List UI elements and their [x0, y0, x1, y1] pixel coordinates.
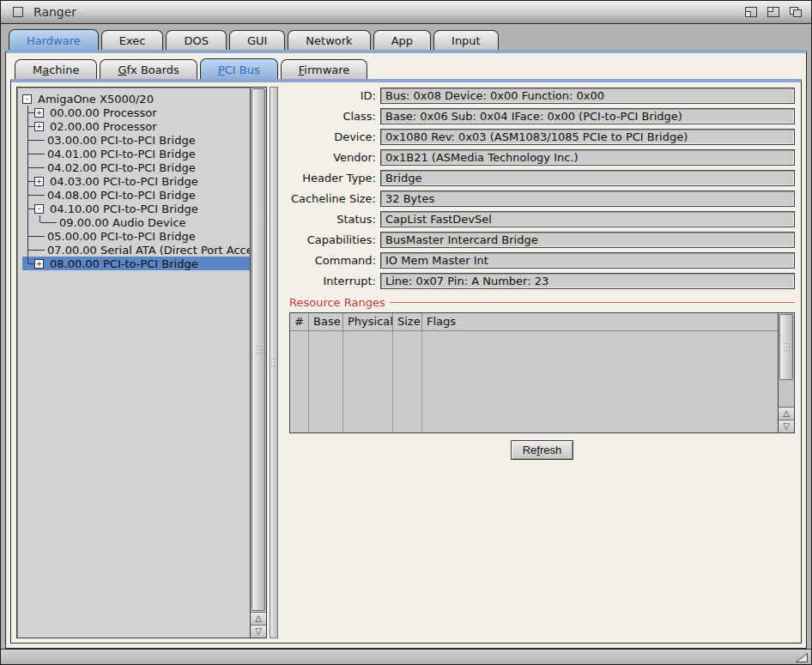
tab-main-dos[interactable]: DOS: [166, 30, 227, 50]
tab-main-gui[interactable]: GUI: [229, 30, 285, 50]
tree-connector: [34, 229, 45, 243]
resource-ranges-header: #BasePhysicalSizeFlags: [290, 313, 778, 331]
tree-scroll-down-icon[interactable]: ▽: [251, 625, 266, 638]
detail-row-interrupt: Interrupt:Line: 0x07 Pin: A Number: 23: [289, 273, 795, 289]
expand-icon[interactable]: +: [34, 177, 44, 186]
table-scroll-up-icon[interactable]: △: [779, 407, 794, 420]
tree-item[interactable]: -04.10.00 PCI-to-PCI Bridge: [22, 202, 250, 215]
field-label: Command:: [289, 254, 380, 267]
tab-sub-machine[interactable]: Machine: [15, 59, 97, 79]
resource-ranges-table: #BasePhysicalSizeFlags △ ▽: [289, 312, 795, 433]
tree-connector: [34, 160, 45, 174]
close-icon[interactable]: [13, 7, 23, 17]
tab-main-input[interactable]: Input: [433, 30, 499, 50]
tree-item[interactable]: 05.00.00 PCI-to-PCI Bridge: [22, 229, 250, 243]
tree-connector: [22, 229, 34, 243]
tree-item-label: 04.01.00 PCI-to-PCI Bridge: [45, 148, 198, 160]
depth-icon[interactable]: [787, 4, 804, 20]
resource-ranges-caption: Resource Ranges: [289, 296, 795, 309]
tree-connector: [34, 147, 45, 160]
tree-item-label: 00.00.00 Processor: [47, 106, 160, 119]
refresh-button[interactable]: Refresh: [511, 440, 574, 460]
resource-ranges-list: #BasePhysicalSizeFlags: [290, 313, 778, 432]
tree-item[interactable]: 04.01.00 PCI-to-PCI Bridge: [22, 147, 250, 160]
column-header-base: Base: [309, 313, 343, 330]
field-label: ID:: [289, 89, 380, 102]
collapse-icon[interactable]: -: [34, 204, 44, 214]
detail-row-id: ID:Bus: 0x08 Device: 0x00 Function: 0x00: [289, 88, 795, 104]
tree-item-label: 04.03.00 PCI-to-PCI Bridge: [47, 175, 201, 188]
tree-item[interactable]: +04.03.00 PCI-to-PCI Bridge: [22, 174, 250, 188]
tree-item-label: 05.00.00 PCI-to-PCI Bridge: [45, 230, 198, 243]
field-value-cacheline-size: 32 Bytes: [380, 190, 795, 207]
tree-connector: [22, 215, 34, 229]
main-tabstrip: HardwareExecDOSGUINetworkAppInput: [5, 25, 807, 50]
expand-icon[interactable]: +: [34, 259, 44, 269]
table-scroll-down-icon[interactable]: ▽: [779, 420, 794, 432]
tree-item[interactable]: 04.02.00 PCI-to-PCI Bridge: [22, 160, 250, 174]
tree-item-label: 04.08.00 PCI-to-PCI Bridge: [45, 189, 198, 202]
pci-bus-page: -AmigaOne X5000/20+00.00.00 Processor+02…: [10, 79, 802, 644]
field-value-header-type: Bridge: [380, 170, 795, 186]
column-body-flags: [422, 331, 778, 432]
tab-main-exec[interactable]: Exec: [101, 30, 164, 50]
column-body-physical: [343, 331, 393, 432]
pci-device-tree-panel: -AmigaOne X5000/20+00.00.00 Processor+02…: [16, 87, 267, 638]
iconify-icon[interactable]: [742, 4, 760, 20]
panel-splitter[interactable]: [270, 87, 278, 638]
detail-row-device: Device:0x1080 Rev: 0x03 (ASM1083/1085 PC…: [289, 129, 795, 145]
field-value-status: CapList FastDevSel: [380, 211, 795, 227]
resource-ranges-body: [290, 331, 778, 432]
zoom-icon[interactable]: [765, 4, 782, 20]
tree-item[interactable]: +00.00.00 Processor: [22, 106, 250, 119]
detail-row-command: Command:IO Mem Master Int: [289, 252, 795, 269]
tree-item-label: 03.00.00 PCI-to-PCI Bridge: [45, 134, 198, 147]
tree-connector: [22, 160, 34, 174]
tab-sub-firmware[interactable]: Firmware: [281, 59, 368, 79]
tree-scroll-up-icon[interactable]: △: [251, 612, 266, 625]
field-label: Cacheline Size:: [289, 192, 380, 205]
tree-item-label: 08.00.00 PCI-to-PCI Bridge: [47, 257, 201, 270]
field-value-class: Base: 0x06 Sub: 0x04 IFace: 0x00 (PCI-to…: [380, 108, 795, 124]
window-title: Ranger: [33, 5, 76, 19]
tree-item[interactable]: -AmigaOne X5000/20: [22, 92, 250, 106]
field-value-capabilities: BusMaster Intercard Bridge: [380, 232, 795, 248]
field-label: Capabilities:: [289, 233, 380, 246]
tab-main-app[interactable]: App: [373, 30, 431, 50]
tree-item[interactable]: 09.00.00 Audio Device: [22, 215, 250, 229]
device-details-panel: ID:Bus: 0x08 Device: 0x00 Function: 0x00…: [281, 87, 797, 638]
window-body: HardwareExecDOSGUINetworkAppInput Machin…: [1, 25, 811, 649]
tree-item[interactable]: 04.08.00 PCI-to-PCI Bridge: [22, 188, 250, 202]
field-value-id: Bus: 0x08 Device: 0x00 Function: 0x00: [380, 88, 795, 104]
resource-ranges-rule: [390, 302, 795, 303]
tree-scrollbar-thumb[interactable]: [251, 88, 265, 611]
detail-row-header-type: Header Type:Bridge: [289, 170, 795, 186]
tree-item-label: AmigaOne X5000/20: [35, 93, 156, 106]
tree-item-label: 04.02.00 PCI-to-PCI Bridge: [45, 161, 198, 174]
resize-icon[interactable]: [789, 650, 811, 665]
tree-item[interactable]: 03.00.00 PCI-to-PCI Bridge: [22, 133, 250, 147]
tree-item[interactable]: +08.00.00 PCI-to-PCI Bridge: [22, 257, 250, 270]
expand-icon[interactable]: +: [34, 122, 44, 131]
column-body-base: [309, 331, 343, 432]
tree-connector: [34, 243, 45, 257]
field-label: Vendor:: [289, 151, 380, 164]
tree-connector: [34, 133, 45, 147]
tree-scrollbar[interactable]: △ ▽: [250, 88, 266, 638]
table-scrollbar-thumb[interactable]: [779, 314, 793, 380]
tree-connector: [22, 188, 34, 202]
tab-sub-pci-bus[interactable]: PCI Bus: [200, 58, 278, 79]
tree-item[interactable]: +02.00.00 Processor: [22, 119, 250, 133]
hardware-page: MachineGfx BoardsPCI BusFirmware -AmigaO…: [5, 50, 807, 649]
detail-row-capabilities: Capabilities:BusMaster Intercard Bridge: [289, 232, 795, 248]
tab-main-hardware[interactable]: Hardware: [9, 29, 99, 50]
tree-item[interactable]: 07.00.00 Serial ATA (Direct Port Acces: [22, 243, 250, 257]
detail-row-status: Status:CapList FastDevSel: [289, 211, 795, 227]
tab-sub-gfx-boards[interactable]: Gfx Boards: [100, 59, 197, 79]
tab-main-network[interactable]: Network: [288, 30, 370, 50]
window-gadgets: [742, 4, 804, 20]
expand-icon[interactable]: +: [34, 108, 44, 118]
collapse-icon[interactable]: -: [22, 94, 32, 104]
table-scrollbar[interactable]: △ ▽: [778, 313, 794, 432]
resource-ranges-label: Resource Ranges: [289, 296, 390, 309]
